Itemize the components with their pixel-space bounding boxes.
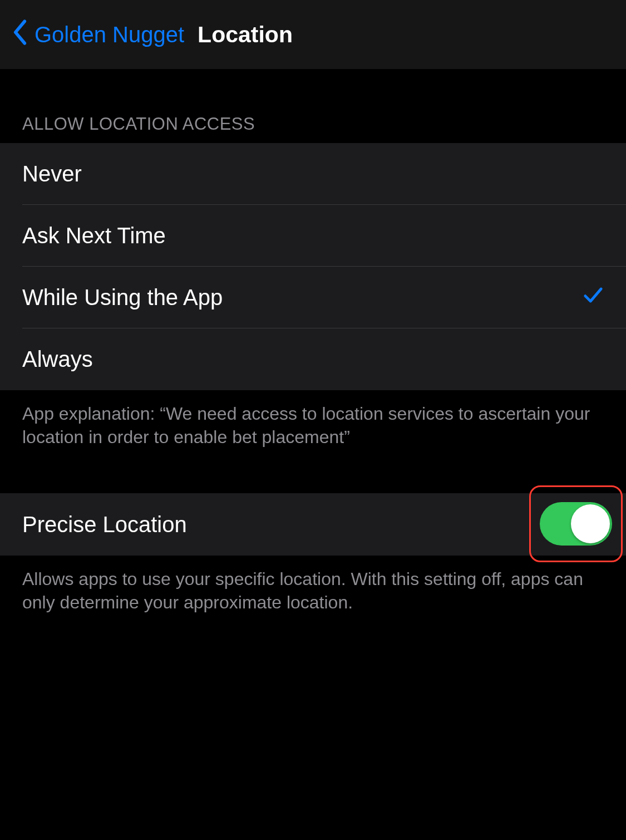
option-label: Always	[22, 347, 93, 372]
option-always[interactable]: Always	[0, 328, 626, 390]
option-label: While Using the App	[22, 285, 223, 310]
toggle-knob	[571, 504, 610, 543]
option-never[interactable]: Never	[0, 143, 626, 205]
precise-location-description: Allows apps to use your specific locatio…	[0, 556, 626, 625]
option-label: Never	[22, 161, 82, 186]
precise-location-toggle[interactable]	[540, 502, 612, 546]
back-label: Golden Nugget	[34, 22, 184, 47]
nav-header: Golden Nugget Location	[0, 0, 626, 70]
location-access-list: Never Ask Next Time While Using the App …	[0, 143, 626, 390]
option-ask-next-time[interactable]: Ask Next Time	[0, 205, 626, 267]
section-header: ALLOW LOCATION ACCESS	[0, 70, 626, 143]
precise-location-row: Precise Location	[0, 493, 626, 556]
app-explanation: App explanation: “We need access to loca…	[0, 390, 626, 460]
precise-location-label: Precise Location	[22, 512, 187, 537]
back-button[interactable]: Golden Nugget	[12, 19, 184, 50]
option-label: Ask Next Time	[22, 223, 166, 248]
chevron-back-icon	[12, 19, 28, 50]
page-title: Location	[198, 22, 293, 48]
option-while-using[interactable]: While Using the App	[0, 267, 626, 328]
check-icon	[583, 284, 604, 311]
highlight-annotation	[529, 485, 623, 562]
